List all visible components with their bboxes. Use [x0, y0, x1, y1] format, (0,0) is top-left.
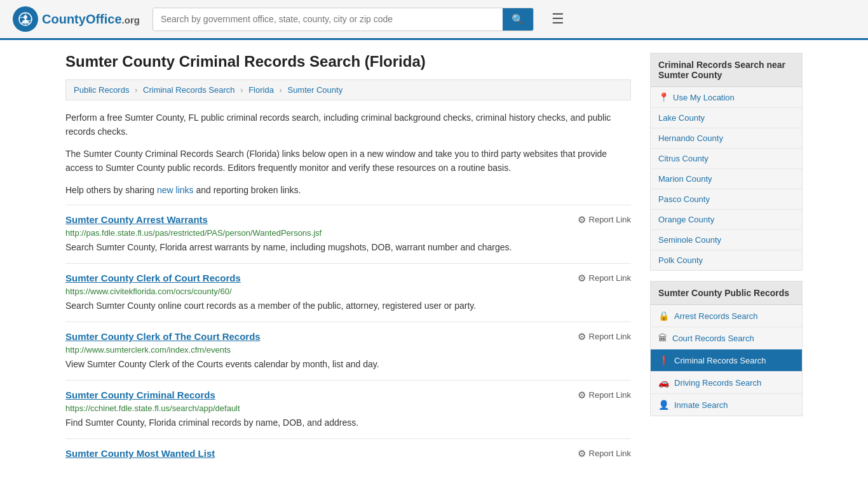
record-item: Sumter County Arrest Warrants ⚙ Report L…	[65, 205, 631, 263]
record-item: Sumter County Clerk of Court Records ⚙ R…	[65, 263, 631, 322]
report-icon-4: ⚙	[578, 448, 586, 459]
nearby-section: Criminal Records Search near Sumter Coun…	[650, 53, 803, 271]
record-header: Sumter County Clerk of Court Records ⚙ R…	[65, 273, 631, 284]
report-icon-1: ⚙	[578, 273, 586, 284]
records-list: Sumter County Arrest Warrants ⚙ Report L…	[65, 205, 631, 471]
record-title-2[interactable]: Sumter County Clerk of The Court Records	[65, 331, 261, 342]
nearby-county-link-6[interactable]: Seminole County	[651, 230, 802, 250]
desc-para3-suffix: and reporting broken links.	[194, 185, 301, 195]
public-record-item-3[interactable]: 🚗 Driving Records Search	[651, 372, 802, 394]
sidebar: Criminal Records Search near Sumter Coun…	[650, 53, 803, 471]
public-records-title: Sumter County Public Records	[651, 281, 802, 305]
nearby-county-link-7[interactable]: Polk County	[651, 250, 802, 270]
nearby-county-item: Pasco County	[651, 189, 802, 210]
record-url-2[interactable]: http://www.sumterclerk.com/index.cfm/eve…	[65, 345, 631, 355]
report-link-btn-3[interactable]: ⚙ Report Link	[578, 390, 631, 401]
pr-icon-0: 🔒	[658, 311, 669, 321]
nearby-list: Lake CountyHernando CountyCitrus CountyM…	[651, 108, 802, 270]
pr-icon-3: 🚗	[658, 377, 669, 388]
nearby-county-link-4[interactable]: Pasco County	[651, 189, 802, 209]
logo-org: .org	[122, 15, 140, 25]
use-my-location[interactable]: 📍 Use My Location	[651, 87, 802, 108]
pr-icon-2: ❗	[658, 355, 669, 365]
report-link-btn-1[interactable]: ⚙ Report Link	[578, 273, 631, 284]
pr-label-1: Court Records Search	[672, 334, 754, 343]
nearby-county-item: Marion County	[651, 169, 802, 189]
public-record-item-4[interactable]: 👤 Inmate Search	[651, 394, 802, 416]
report-label-2: Report Link	[589, 332, 631, 341]
logo-text: CountyOffice.org	[42, 12, 140, 27]
nearby-county-link-2[interactable]: Citrus County	[651, 149, 802, 168]
public-record-item-0[interactable]: 🔒 Arrest Records Search	[651, 305, 802, 327]
menu-button[interactable]: ☰	[546, 8, 569, 30]
nearby-county-link-3[interactable]: Marion County	[651, 169, 802, 189]
logo-county: County	[42, 12, 86, 26]
record-url-1[interactable]: https://www.civitekflorida.com/ocrs/coun…	[65, 287, 631, 296]
record-title-0[interactable]: Sumter County Arrest Warrants	[65, 214, 208, 225]
breadcrumb-sumter[interactable]: Sumter County	[287, 85, 342, 95]
record-desc-0: Search Sumter County, Florida arrest war…	[65, 241, 631, 254]
public-record-item-1[interactable]: 🏛 Court Records Search	[651, 327, 802, 349]
nearby-county-item: Seminole County	[651, 230, 802, 250]
nearby-county-item: Polk County	[651, 250, 802, 270]
site-header: CountyOffice.org 🔍 ☰	[0, 0, 868, 40]
logo-icon	[13, 6, 38, 32]
description-para2: The Sumter County Criminal Records Searc…	[65, 147, 631, 175]
breadcrumb-sep-1: ›	[135, 85, 137, 95]
record-desc-1: Search Sumter County online court record…	[65, 299, 631, 313]
nearby-county-item: Orange County	[651, 210, 802, 230]
report-link-btn-4[interactable]: ⚙ Report Link	[578, 448, 631, 459]
logo-office: Office	[86, 12, 122, 26]
breadcrumb-sep-2: ›	[240, 85, 243, 95]
breadcrumb-criminal-records[interactable]: Criminal Records Search	[143, 85, 235, 95]
search-button[interactable]: 🔍	[503, 8, 533, 30]
pr-label-2: Criminal Records Search	[674, 356, 766, 365]
pin-icon: 📍	[658, 92, 669, 102]
record-header: Sumter County Clerk of The Court Records…	[65, 331, 631, 342]
use-location-label: Use My Location	[673, 93, 735, 102]
nearby-county-link-0[interactable]: Lake County	[651, 108, 802, 128]
pr-label-3: Driving Records Search	[674, 378, 761, 388]
public-records-list: 🔒 Arrest Records Search 🏛 Court Records …	[651, 305, 802, 416]
report-link-btn-2[interactable]: ⚙ Report Link	[578, 331, 631, 342]
new-links-link[interactable]: new links	[157, 185, 194, 195]
breadcrumb-florida[interactable]: Florida	[248, 85, 274, 95]
record-title-4[interactable]: Sumter County Most Wanted List	[65, 448, 215, 459]
pr-icon-4: 👤	[658, 400, 669, 410]
breadcrumb: Public Records › Criminal Records Search…	[65, 79, 631, 100]
report-icon-3: ⚙	[578, 390, 586, 401]
record-desc-2: View Sumter County Clerk of the Courts e…	[65, 358, 631, 371]
main-container: Sumter County Criminal Records Search (F…	[53, 40, 815, 484]
nearby-section-title: Criminal Records Search near Sumter Coun…	[651, 53, 802, 87]
record-item: Sumter County Clerk of The Court Records…	[65, 322, 631, 380]
nearby-county-item: Citrus County	[651, 149, 802, 169]
breadcrumb-public-records[interactable]: Public Records	[74, 85, 129, 95]
pr-label-0: Arrest Records Search	[674, 311, 758, 321]
public-record-item-2[interactable]: ❗ Criminal Records Search	[651, 349, 802, 372]
record-desc-3: Find Sumter County, Florida criminal rec…	[65, 416, 631, 430]
record-url-0[interactable]: http://pas.fdle.state.fl.us/pas/restrict…	[65, 228, 631, 238]
record-header: Sumter County Criminal Records ⚙ Report …	[65, 390, 631, 401]
report-link-btn-0[interactable]: ⚙ Report Link	[578, 214, 631, 226]
content-area: Sumter County Criminal Records Search (F…	[65, 53, 631, 471]
report-label-1: Report Link	[589, 273, 631, 283]
record-title-3[interactable]: Sumter County Criminal Records	[65, 390, 215, 400]
page-title: Sumter County Criminal Records Search (F…	[65, 53, 631, 71]
record-url-3[interactable]: https://cchinet.fdle.state.fl.us/search/…	[65, 403, 631, 413]
site-logo[interactable]: CountyOffice.org	[13, 6, 140, 32]
record-header: Sumter County Arrest Warrants ⚙ Report L…	[65, 214, 631, 226]
record-title-1[interactable]: Sumter County Clerk of Court Records	[65, 273, 241, 283]
nearby-county-link-5[interactable]: Orange County	[651, 210, 802, 229]
report-label-4: Report Link	[589, 449, 631, 458]
breadcrumb-sep-3: ›	[280, 85, 282, 95]
nearby-county-item: Hernando County	[651, 128, 802, 149]
pr-icon-1: 🏛	[658, 333, 667, 343]
search-bar: 🔍	[153, 8, 534, 31]
search-input[interactable]	[153, 8, 503, 30]
report-label-3: Report Link	[589, 390, 631, 400]
description-para3: Help others by sharing new links and rep…	[65, 183, 631, 197]
desc-para3-prefix: Help others by sharing	[65, 185, 157, 195]
description-para1: Perform a free Sumter County, FL public …	[65, 111, 631, 139]
nearby-county-link-1[interactable]: Hernando County	[651, 128, 802, 148]
report-icon-2: ⚙	[578, 331, 586, 342]
